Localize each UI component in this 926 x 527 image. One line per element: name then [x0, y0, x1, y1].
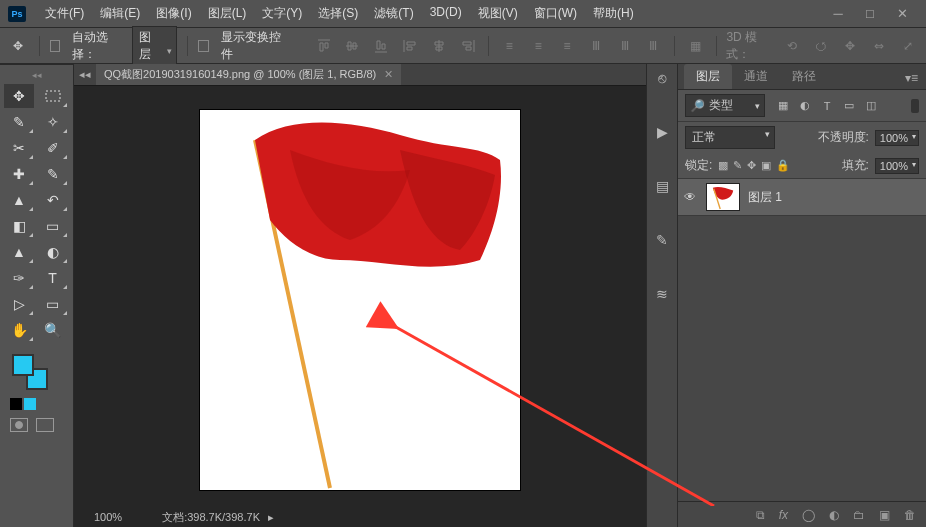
filter-toggle[interactable] — [911, 99, 919, 113]
doc-info[interactable]: 文档:398.7K/398.7K — [162, 510, 260, 525]
canvas-wrap[interactable] — [74, 86, 646, 507]
default-swatches[interactable] — [4, 398, 69, 410]
move-tool-icon[interactable]: ✥ — [8, 34, 29, 58]
dodge-tool[interactable]: ◐ — [38, 240, 68, 264]
dock-history-icon[interactable]: ⎋ — [658, 70, 666, 86]
layer-name[interactable]: 图层 1 — [748, 189, 782, 206]
lock-artboard-icon[interactable]: ▣ — [761, 159, 771, 172]
menu-image[interactable]: 图像(I) — [149, 2, 198, 25]
zoom-value[interactable]: 100% — [94, 511, 122, 523]
doc-close-icon[interactable]: ✕ — [384, 68, 393, 81]
eyedropper-tool[interactable]: ✐ — [38, 136, 68, 160]
lock-position-icon[interactable]: ✥ — [747, 159, 756, 172]
lock-all-icon[interactable]: 🔒 — [776, 159, 790, 172]
layer-row[interactable]: 👁 图层 1 — [678, 179, 926, 216]
auto-select-target[interactable]: 图层 — [132, 26, 177, 66]
dock-brushes-icon[interactable]: ✎ — [656, 232, 668, 248]
history-brush-tool[interactable]: ↶ — [38, 188, 68, 212]
fx-icon[interactable]: fx — [779, 508, 788, 522]
show-transform-checkbox[interactable] — [198, 40, 209, 52]
window-controls: ─ □ ✕ — [822, 3, 918, 25]
hand-tool[interactable]: ✋ — [4, 318, 34, 342]
move-tool[interactable]: ✥ — [4, 84, 34, 108]
blend-mode-select[interactable]: 正常 — [685, 126, 775, 149]
doc-tab[interactable]: QQ截图20190319160149.png @ 100% (图层 1, RGB… — [96, 64, 401, 85]
tools-grip[interactable]: ◂◂ — [4, 69, 69, 81]
align-bottom-icon — [371, 34, 392, 58]
dist-vcenter-icon: ≡ — [528, 34, 549, 58]
healing-brush-tool[interactable]: ✚ — [4, 162, 34, 186]
close-button[interactable]: ✕ — [886, 3, 918, 25]
minimize-button[interactable]: ─ — [822, 3, 854, 25]
menu-select[interactable]: 选择(S) — [311, 2, 365, 25]
type-tool[interactable]: T — [38, 266, 68, 290]
path-select-tool[interactable]: ▷ — [4, 292, 34, 316]
flag-image — [200, 110, 520, 490]
magic-wand-tool[interactable]: ✧ — [38, 110, 68, 134]
align-right-icon — [457, 34, 478, 58]
zoom-tool[interactable]: 🔍 — [38, 318, 68, 342]
maximize-button[interactable]: □ — [854, 3, 886, 25]
clone-stamp-tool[interactable]: ▲ — [4, 188, 34, 212]
layer-thumbnail[interactable] — [706, 183, 740, 211]
new-layer-icon[interactable]: ▣ — [879, 508, 890, 522]
mode3d-label: 3D 模式： — [726, 29, 773, 63]
shape-tool[interactable]: ▭ — [38, 292, 68, 316]
pen-tool[interactable]: ✑ — [4, 266, 34, 290]
gradient-tool[interactable]: ▭ — [38, 214, 68, 238]
tab-layers[interactable]: 图层 — [684, 64, 732, 89]
tab-channels[interactable]: 通道 — [732, 64, 780, 89]
canvas[interactable] — [200, 110, 520, 490]
filter-smart-icon[interactable]: ◫ — [863, 98, 879, 113]
mode3d-pan-icon: ✥ — [839, 34, 860, 58]
marquee-tool[interactable] — [38, 84, 68, 108]
auto-select-checkbox[interactable] — [50, 40, 61, 52]
menu-3d[interactable]: 3D(D) — [423, 2, 469, 25]
lasso-tool[interactable]: ✎ — [4, 110, 34, 134]
menu-file[interactable]: 文件(F) — [38, 2, 91, 25]
opacity-value[interactable]: 100% — [875, 130, 919, 146]
menu-filter[interactable]: 滤镜(T) — [367, 2, 420, 25]
align-top-icon — [313, 34, 334, 58]
menu-window[interactable]: 窗口(W) — [527, 2, 584, 25]
lock-transparent-icon[interactable]: ▩ — [718, 159, 728, 172]
blur-tool[interactable]: ▲ — [4, 240, 34, 264]
fill-value[interactable]: 100% — [875, 158, 919, 174]
adjustment-icon[interactable]: ◐ — [829, 508, 839, 522]
panel-menu-icon[interactable]: ▾≡ — [897, 67, 926, 89]
foreground-swatch[interactable] — [12, 354, 34, 376]
menu-view[interactable]: 视图(V) — [471, 2, 525, 25]
doc-home-icon[interactable]: ◂◂ — [74, 68, 96, 81]
panel-tabs: 图层 通道 路径 ▾≡ — [678, 64, 926, 90]
mask-icon[interactable]: ◯ — [802, 508, 815, 522]
auto-select-label: 自动选择： — [72, 29, 124, 63]
brush-tool[interactable]: ✎ — [38, 162, 68, 186]
dock-adjustments-icon[interactable]: ≋ — [656, 286, 668, 302]
menu-type[interactable]: 文字(Y) — [255, 2, 309, 25]
dock-properties-icon[interactable]: ▤ — [656, 178, 669, 194]
menu-layer[interactable]: 图层(L) — [201, 2, 254, 25]
color-swatches[interactable] — [4, 354, 69, 394]
dock-actions-icon[interactable]: ▶ — [657, 124, 668, 140]
filter-pixel-icon[interactable]: ▦ — [775, 98, 791, 113]
layer-filter-select[interactable]: 🔎 类型 — [685, 94, 765, 117]
layer-list[interactable]: 👁 图层 1 — [678, 179, 926, 501]
filter-type-icon[interactable]: T — [819, 98, 835, 113]
delete-layer-icon[interactable]: 🗑 — [904, 508, 916, 522]
link-layers-icon[interactable]: ⧉ — [756, 508, 765, 522]
screenmode-icon[interactable] — [36, 418, 54, 432]
group-icon[interactable]: 🗀 — [853, 508, 865, 522]
crop-tool[interactable]: ✂ — [4, 136, 34, 160]
menu-edit[interactable]: 编辑(E) — [93, 2, 147, 25]
quickmask-icon[interactable] — [10, 418, 28, 432]
search-icon: 🔎 — [690, 99, 705, 113]
lock-paint-icon[interactable]: ✎ — [733, 159, 742, 172]
visibility-toggle[interactable]: 👁 — [684, 190, 698, 204]
filter-shape-icon[interactable]: ▭ — [841, 98, 857, 113]
dist-top-icon: ≡ — [499, 34, 520, 58]
filter-adjust-icon[interactable]: ◐ — [797, 98, 813, 113]
tab-paths[interactable]: 路径 — [780, 64, 828, 89]
eraser-tool[interactable]: ◧ — [4, 214, 34, 238]
doc-info-chevron[interactable]: ▸ — [268, 511, 274, 524]
menu-help[interactable]: 帮助(H) — [586, 2, 641, 25]
